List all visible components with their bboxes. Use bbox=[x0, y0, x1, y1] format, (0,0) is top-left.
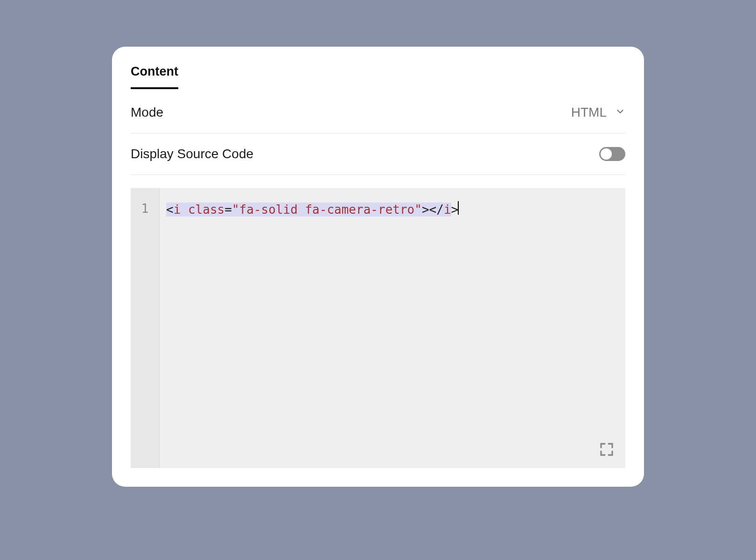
display-source-row: Display Source Code bbox=[131, 133, 625, 175]
tab-content[interactable]: Content bbox=[131, 64, 178, 89]
fullscreen-icon[interactable] bbox=[598, 441, 615, 458]
display-source-toggle[interactable] bbox=[599, 147, 625, 161]
display-source-label: Display Source Code bbox=[131, 147, 253, 161]
editor-gutter: 1 bbox=[131, 188, 160, 468]
content-panel: Content Mode HTML Display Source Code 1 … bbox=[112, 47, 644, 487]
mode-label: Mode bbox=[131, 105, 163, 120]
editor-code-area[interactable]: <i class="fa-solid fa-camera-retro"></i> bbox=[160, 188, 625, 468]
mode-row: Mode HTML bbox=[131, 92, 625, 133]
code-editor[interactable]: 1 <i class="fa-solid fa-camera-retro"></… bbox=[131, 188, 625, 468]
mode-value: HTML bbox=[571, 105, 607, 120]
code-line[interactable]: <i class="fa-solid fa-camera-retro"></i> bbox=[166, 201, 619, 217]
tabs: Content bbox=[131, 64, 625, 89]
line-number: 1 bbox=[131, 201, 159, 217]
mode-select[interactable]: HTML bbox=[571, 105, 625, 120]
chevron-down-icon bbox=[615, 105, 625, 120]
